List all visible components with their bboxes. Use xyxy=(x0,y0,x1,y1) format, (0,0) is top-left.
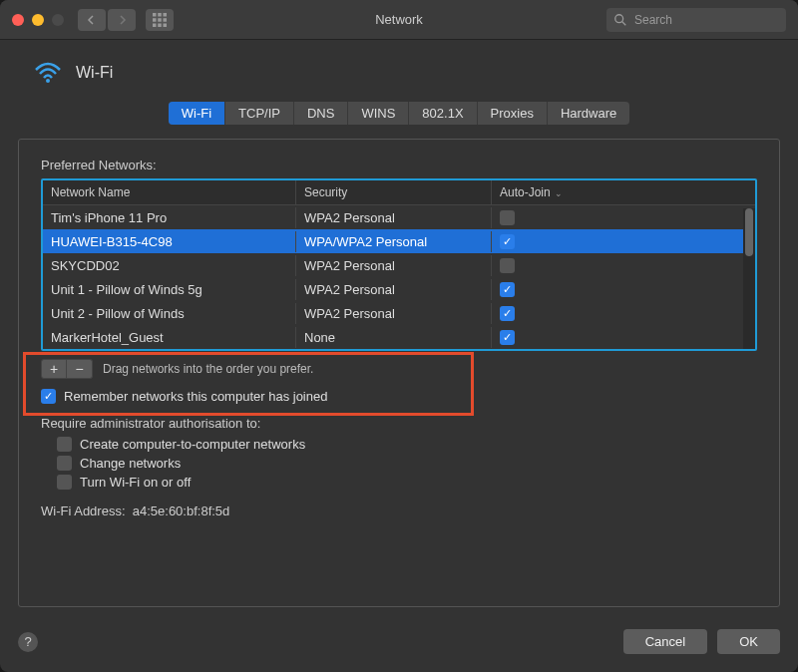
svg-rect-5 xyxy=(164,18,168,22)
network-name-cell: MarkerHotel_Guest xyxy=(43,327,296,348)
search-input[interactable] xyxy=(606,8,786,32)
tab-hardware[interactable]: Hardware xyxy=(548,102,629,125)
tab-bar: Wi-FiTCP/IPDNSWINS802.1XProxiesHardware xyxy=(169,102,630,125)
autojoin-checkbox[interactable] xyxy=(500,258,515,273)
autojoin-cell xyxy=(492,303,755,324)
drag-hint: Drag networks into the order you prefer. xyxy=(103,362,313,376)
network-name-cell: Unit 2 - Pillow of Winds xyxy=(43,303,296,324)
nav-buttons xyxy=(78,9,136,31)
svg-rect-1 xyxy=(158,13,162,17)
autojoin-checkbox[interactable] xyxy=(500,306,515,321)
admin-option-checkbox[interactable] xyxy=(57,437,72,452)
table-row[interactable]: Unit 2 - Pillow of WindsWPA2 Personal xyxy=(43,301,755,325)
autojoin-checkbox[interactable] xyxy=(500,210,515,225)
security-cell: WPA2 Personal xyxy=(296,303,492,324)
svg-rect-0 xyxy=(153,13,157,17)
admin-option-label: Create computer-to-computer networks xyxy=(80,437,305,452)
admin-option-row[interactable]: Change networks xyxy=(57,456,757,471)
svg-point-9 xyxy=(615,14,623,22)
tab-8021x[interactable]: 802.1X xyxy=(409,102,477,125)
remember-networks-label: Remember networks this computer has join… xyxy=(64,389,327,404)
security-cell: WPA2 Personal xyxy=(296,255,492,276)
table-row[interactable]: HUAWEI-B315-4C98WPA/WPA2 Personal xyxy=(43,229,755,253)
table-body: Tim's iPhone 11 ProWPA2 PersonalHUAWEI-B… xyxy=(43,205,755,350)
require-admin-label: Require administrator authorisation to: xyxy=(41,416,757,431)
table-row[interactable]: Unit 1 - Pillow of Winds 5gWPA2 Personal xyxy=(43,277,755,301)
svg-rect-2 xyxy=(164,13,168,17)
security-cell: None xyxy=(296,327,492,348)
column-auto-join[interactable]: Auto-Join⌄ xyxy=(492,180,755,204)
network-preferences-window: Network Wi-Fi Wi-FiTCP/IPDNSWINS802.1XPr… xyxy=(0,0,798,672)
chevron-down-icon: ⌄ xyxy=(555,188,563,198)
svg-line-10 xyxy=(622,21,626,25)
back-button[interactable] xyxy=(78,9,106,31)
remember-networks-checkbox[interactable] xyxy=(41,389,56,404)
preferred-networks-table: Network Name Security Auto-Join⌄ Tim's i… xyxy=(41,178,757,351)
autojoin-checkbox[interactable] xyxy=(500,330,515,345)
svg-rect-7 xyxy=(158,23,162,27)
titlebar: Network xyxy=(0,0,798,40)
remove-network-button[interactable]: − xyxy=(67,359,93,379)
remember-networks-row[interactable]: Remember networks this computer has join… xyxy=(41,389,757,404)
wifi-address-row: Wi-Fi Address: a4:5e:60:bf:8f:5d xyxy=(41,504,757,518)
column-security[interactable]: Security xyxy=(296,180,492,204)
table-row[interactable]: MarkerHotel_GuestNone xyxy=(43,325,755,349)
table-row[interactable]: Tim's iPhone 11 ProWPA2 Personal xyxy=(43,205,755,229)
tab-wins[interactable]: WINS xyxy=(348,102,409,125)
admin-option-checkbox[interactable] xyxy=(57,475,72,490)
tab-proxies[interactable]: Proxies xyxy=(478,102,548,125)
minimize-window-button[interactable] xyxy=(32,14,44,26)
add-remove-buttons: + − xyxy=(41,359,93,379)
page-title: Wi-Fi xyxy=(76,64,113,82)
wifi-icon xyxy=(34,62,62,84)
admin-option-row[interactable]: Create computer-to-computer networks xyxy=(57,437,757,452)
forward-button[interactable] xyxy=(108,9,136,31)
window-controls xyxy=(12,14,64,26)
admin-option-row[interactable]: Turn Wi-Fi on or off xyxy=(57,475,757,490)
autojoin-cell xyxy=(492,231,755,252)
network-name-cell: HUAWEI-B315-4C98 xyxy=(43,231,296,252)
show-all-button[interactable] xyxy=(146,9,174,31)
svg-rect-8 xyxy=(164,23,168,27)
autojoin-cell xyxy=(492,255,755,276)
svg-rect-4 xyxy=(158,18,162,22)
autojoin-cell xyxy=(492,207,755,228)
autojoin-cell xyxy=(492,327,755,348)
search-wrap xyxy=(606,8,786,32)
tab-wifi[interactable]: Wi-Fi xyxy=(169,102,225,125)
security-cell: WPA2 Personal xyxy=(296,207,492,228)
zoom-window-button[interactable] xyxy=(52,14,64,26)
footer: ? Cancel OK xyxy=(0,619,798,672)
help-button[interactable]: ? xyxy=(18,632,38,652)
add-network-button[interactable]: + xyxy=(41,359,67,379)
add-remove-row: + − Drag networks into the order you pre… xyxy=(41,359,757,379)
svg-rect-3 xyxy=(153,18,157,22)
svg-point-11 xyxy=(46,79,50,83)
tab-tcpip[interactable]: TCP/IP xyxy=(225,102,294,125)
wifi-panel: Preferred Networks: Network Name Securit… xyxy=(18,139,780,607)
scrollbar[interactable] xyxy=(743,208,755,349)
header-row: Wi-Fi xyxy=(0,40,798,102)
table-header: Network Name Security Auto-Join⌄ xyxy=(43,180,755,205)
network-name-cell: Tim's iPhone 11 Pro xyxy=(43,207,296,228)
admin-option-checkbox[interactable] xyxy=(57,456,72,471)
table-row[interactable]: SKYCDD02WPA2 Personal xyxy=(43,253,755,277)
autojoin-cell xyxy=(492,279,755,300)
network-name-cell: Unit 1 - Pillow of Winds 5g xyxy=(43,279,296,300)
column-network-name[interactable]: Network Name xyxy=(43,180,296,204)
wifi-address-label: Wi-Fi Address: xyxy=(41,504,126,518)
wifi-address-value: a4:5e:60:bf:8f:5d xyxy=(133,504,230,518)
close-window-button[interactable] xyxy=(12,14,24,26)
autojoin-checkbox[interactable] xyxy=(500,234,515,249)
autojoin-checkbox[interactable] xyxy=(500,282,515,297)
preferred-networks-label: Preferred Networks: xyxy=(41,158,757,172)
search-icon xyxy=(613,13,627,27)
security-cell: WPA2 Personal xyxy=(296,279,492,300)
network-name-cell: SKYCDD02 xyxy=(43,255,296,276)
security-cell: WPA/WPA2 Personal xyxy=(296,231,492,252)
cancel-button[interactable]: Cancel xyxy=(623,629,707,654)
scroll-thumb[interactable] xyxy=(745,208,753,256)
admin-option-label: Change networks xyxy=(80,456,181,471)
ok-button[interactable]: OK xyxy=(717,629,780,654)
tab-dns[interactable]: DNS xyxy=(294,102,348,125)
